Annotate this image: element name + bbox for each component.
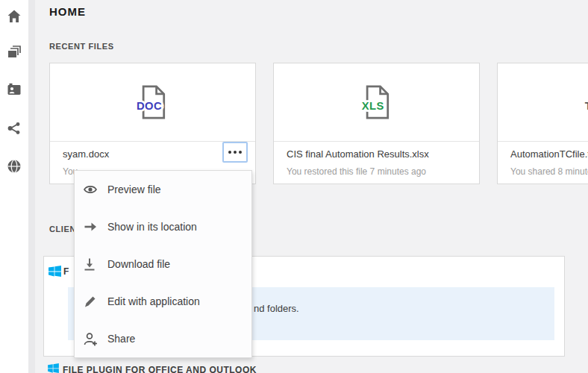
app-window: HOME RECENT FILES DOC DOC syam.docx You (0, 0, 588, 373)
file-card-cis-xlsx[interactable]: XLS XLS CIS final Automation Results.xls… (273, 63, 480, 184)
doc-file-icon: DOC DOC (136, 84, 170, 121)
client-panel-title: F (63, 266, 69, 277)
sidebar (0, 0, 28, 373)
globe-icon[interactable] (7, 159, 22, 174)
file-card-automationtc-txt[interactable]: TXT TXT AutomationTCfile.txt You shared … (497, 63, 588, 184)
stacked-files-icon[interactable] (7, 45, 22, 60)
page-title: HOME (49, 5, 86, 18)
windows-logo-icon (48, 363, 59, 373)
file-thumbnail: XLS XLS (274, 63, 479, 142)
svg-text:XLS: XLS (361, 100, 384, 112)
user-badge-icon[interactable] (7, 82, 22, 97)
arrow-right-icon (83, 219, 98, 234)
file-card-syam-docx[interactable]: DOC DOC syam.docx You (49, 63, 256, 184)
svg-text:DOC: DOC (136, 100, 161, 112)
menu-item-preview-file[interactable]: Preview file (75, 171, 251, 208)
add-user-icon (83, 331, 98, 346)
menu-item-download-file[interactable]: Download file (75, 245, 251, 283)
pencil-icon (83, 294, 98, 309)
ellipsis-icon (228, 151, 231, 154)
xls-file-icon: XLS XLS (360, 84, 394, 121)
file-name: AutomationTCfile.txt (510, 148, 588, 160)
txt-file-icon: TXT TXT (584, 84, 588, 121)
more-options-button[interactable] (222, 142, 248, 163)
eye-icon (83, 182, 98, 197)
panel-header: F (49, 266, 69, 277)
file-name: CIS final Automation Results.xlsx (287, 148, 467, 160)
plugin-heading: FILE PLUGIN FOR OFFICE AND OUTLOOK (63, 365, 257, 373)
menu-item-share[interactable]: Share (75, 320, 251, 357)
menu-item-show-in-location[interactable]: Show in its location (75, 208, 251, 245)
file-activity: You shared 8 minutes ago (510, 166, 588, 177)
windows-logo-icon (49, 266, 61, 277)
sidebar-divider (28, 0, 35, 373)
file-context-menu: Preview file Show in its location Downlo… (74, 170, 252, 358)
file-name: syam.docx (63, 148, 243, 160)
svg-text:TXT: TXT (584, 100, 588, 112)
file-activity: You restored this file 7 minutes ago (287, 166, 467, 177)
menu-item-edit-with-application[interactable]: Edit with application (75, 283, 251, 320)
file-thumbnail: DOC DOC (50, 63, 255, 142)
share-network-icon[interactable] (7, 121, 22, 136)
banner-text: nd folders. (254, 303, 299, 314)
download-icon (83, 257, 98, 272)
home-icon[interactable] (7, 9, 22, 24)
recent-files-heading: RECENT FILES (49, 42, 114, 51)
plugin-section-header: FILE PLUGIN FOR OFFICE AND OUTLOOK (48, 363, 257, 373)
file-thumbnail: TXT TXT (498, 63, 588, 142)
